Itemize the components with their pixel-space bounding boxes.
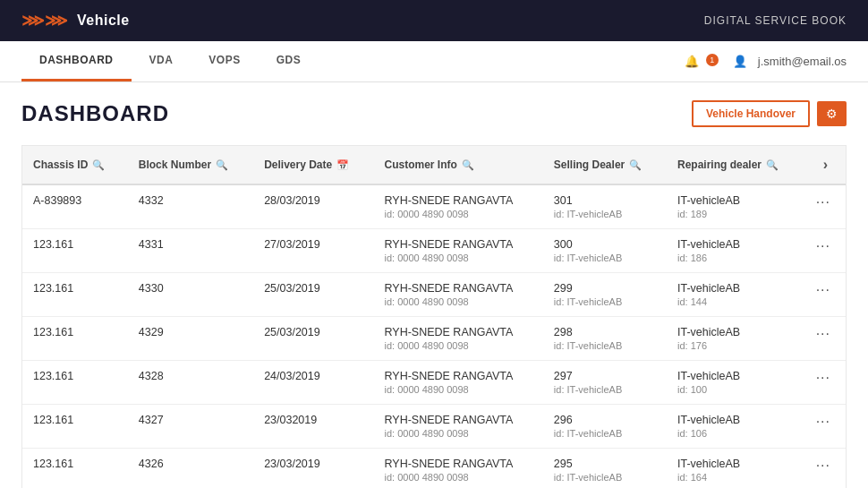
customer-name: RYH-SNEDE RANGAVTA [385,326,532,338]
cell-repairing-dealer: IT-vehicleAB id: 186 [667,229,805,273]
nav-vops[interactable]: VOPS [191,41,258,81]
cell-chassis-id: 123.161 [22,317,128,361]
row-action-menu[interactable]: ··· [816,326,830,341]
cell-row-actions[interactable]: ··· [805,229,846,273]
cell-row-actions[interactable]: ··· [805,449,846,489]
row-action-menu[interactable]: ··· [816,414,830,429]
customer-name: RYH-SNEDE RANGAVTA [385,238,532,251]
bell-icon[interactable]: 🔔 [685,55,699,68]
cell-block-number: 4331 [128,229,253,273]
cell-selling-dealer: 299 id: IT-vehicleAB [543,273,667,317]
cell-customer-info: RYH-SNEDE RANGAVTA id: 0000 4890 0098 [374,184,543,229]
cell-block-number: 4328 [128,361,253,405]
nav-vda[interactable]: VDA [132,41,191,81]
customer-id: id: 0000 4890 0098 [385,472,532,483]
repairing-dealer-name: IT-vehicleAB [677,414,795,426]
row-action-menu[interactable]: ··· [816,282,830,297]
selling-search-icon[interactable]: 🔍 [629,159,642,171]
cell-chassis-id: A-839893 [22,184,128,229]
block-search-icon[interactable]: 🔍 [216,159,228,171]
table-nav-arrow[interactable]: › [816,157,835,172]
customer-id: id: 0000 4890 0098 [385,340,532,351]
cell-block-number: 4326 [128,449,253,489]
customer-name: RYH-SNEDE RANGAVTA [385,370,532,382]
selling-dealer-name: 300 [554,238,656,251]
cell-row-actions[interactable]: ··· [805,184,846,229]
cell-chassis-id: 123.161 [22,405,128,449]
header-actions: Vehicle Handover ⚙ [692,100,847,127]
customer-id: id: 0000 4890 0098 [385,384,532,395]
table-row: 123.161 4328 24/03/2019 RYH-SNEDE RANGAV… [22,361,846,405]
cell-delivery-date: 28/03/2019 [253,184,373,229]
table-header-row: Chassis ID 🔍 Block Number 🔍 Delivery Dat… [22,146,846,184]
top-bar-left: ⋙⋙ Vehicle [21,11,130,30]
cell-chassis-id: 123.161 [22,273,128,317]
customer-name: RYH-SNEDE RANGAVTA [385,194,532,207]
repairing-dealer-name: IT-vehicleAB [677,326,795,338]
repairing-dealer-name: IT-vehicleAB [677,238,795,251]
notification-badge: 1 [706,54,719,66]
vehicle-handover-button[interactable]: Vehicle Handover [692,100,810,127]
row-action-menu[interactable]: ··· [816,458,830,473]
selling-dealer-id: id: IT-vehicleAB [554,253,656,263]
cell-customer-info: RYH-SNEDE RANGAVTA id: 0000 4890 0098 [374,229,543,273]
cell-row-actions[interactable]: ··· [805,405,846,449]
repairing-dealer-id: id: 164 [677,472,795,483]
selling-dealer-id: id: IT-vehicleAB [554,384,656,395]
selling-dealer-id: id: IT-vehicleAB [554,340,656,351]
cell-repairing-dealer: IT-vehicleAB id: 144 [667,273,805,317]
cell-delivery-date: 25/03/2019 [253,273,373,317]
nav-dashboard[interactable]: DASHBOARD [21,41,132,81]
cell-selling-dealer: 298 id: IT-vehicleAB [543,317,667,361]
cell-customer-info: RYH-SNEDE RANGAVTA id: 0000 4890 0098 [374,449,543,489]
customer-search-icon[interactable]: 🔍 [462,159,474,171]
cell-row-actions[interactable]: ··· [805,273,846,317]
cell-row-actions[interactable]: ··· [805,317,846,361]
cell-selling-dealer: 301 id: IT-vehicleAB [543,184,667,229]
customer-id: id: 0000 4890 0098 [385,428,532,439]
row-action-menu[interactable]: ··· [816,370,830,385]
customer-id: id: 0000 4890 0098 [385,209,532,219]
cell-repairing-dealer: IT-vehicleAB id: 106 [667,405,805,449]
col-arrow: › [805,146,846,184]
cell-repairing-dealer: IT-vehicleAB id: 189 [667,184,805,229]
cell-delivery-date: 23/032019 [253,405,373,449]
cell-block-number: 4329 [128,317,253,361]
sub-nav-links: DASHBOARD VDA VOPS GDS [21,41,319,81]
customer-id: id: 0000 4890 0098 [385,253,532,263]
dashboard-table: Chassis ID 🔍 Block Number 🔍 Delivery Dat… [22,146,846,488]
repairing-dealer-id: id: 100 [677,384,795,395]
cell-chassis-id: 123.161 [22,361,128,405]
settings-button[interactable]: ⚙ [817,101,847,126]
cell-block-number: 4330 [128,273,253,317]
repairing-search-icon[interactable]: 🔍 [766,159,779,171]
cell-selling-dealer: 296 id: IT-vehicleAB [543,405,667,449]
selling-dealer-name: 297 [554,370,656,382]
cell-customer-info: RYH-SNEDE RANGAVTA id: 0000 4890 0098 [374,361,543,405]
row-action-menu[interactable]: ··· [816,194,830,210]
cell-repairing-dealer: IT-vehicleAB id: 164 [667,449,805,489]
cell-chassis-id: 123.161 [22,229,128,273]
selling-dealer-name: 301 [554,194,656,207]
top-bar-right-label: DIGITAL SERVICE BOOK [704,14,847,27]
selling-dealer-id: id: IT-vehicleAB [554,296,656,307]
row-action-menu[interactable]: ··· [816,238,830,253]
page-title: DASHBOARD [21,101,169,126]
nav-gds[interactable]: GDS [259,41,319,81]
selling-dealer-name: 296 [554,414,656,426]
cell-row-actions[interactable]: ··· [805,361,846,405]
cell-repairing-dealer: IT-vehicleAB id: 176 [667,317,805,361]
col-delivery-date: Delivery Date 📅 [253,146,373,184]
col-selling-dealer: Selling Dealer 🔍 [543,146,667,184]
cell-customer-info: RYH-SNEDE RANGAVTA id: 0000 4890 0098 [374,317,543,361]
repairing-dealer-name: IT-vehicleAB [677,458,795,470]
col-repairing-dealer: Repairing dealer 🔍 [667,146,805,184]
date-calendar-icon[interactable]: 📅 [336,159,349,171]
repairing-dealer-id: id: 186 [677,253,795,263]
cell-chassis-id: 123.161 [22,449,128,489]
chassis-search-icon[interactable]: 🔍 [92,159,105,171]
repairing-dealer-id: id: 176 [677,340,795,351]
cell-block-number: 4327 [128,405,253,449]
selling-dealer-id: id: IT-vehicleAB [554,428,656,439]
data-table-container: Chassis ID 🔍 Block Number 🔍 Delivery Dat… [21,145,847,488]
